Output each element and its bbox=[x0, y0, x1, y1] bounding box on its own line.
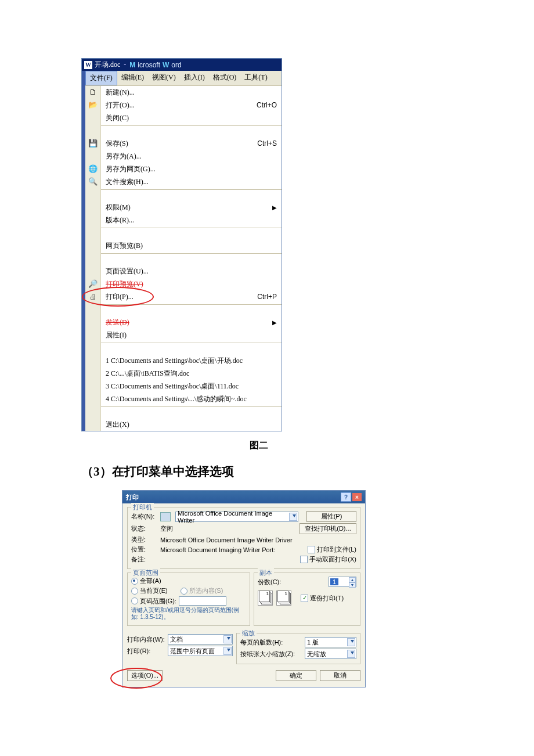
chevron-down-icon bbox=[351, 651, 354, 654]
menu-item-save[interactable]: 保存(S)Ctrl+S bbox=[101, 137, 282, 150]
copies-group: 副本 份数(C): 1▲▼ 3 2 1 bbox=[254, 573, 360, 626]
figure2-caption: 图二 bbox=[250, 440, 534, 452]
print-what-combo[interactable]: 文档 bbox=[168, 634, 233, 645]
menu-item-close[interactable]: 关闭(C) bbox=[101, 111, 282, 124]
menu-item-properties[interactable]: 属性(I) bbox=[101, 329, 282, 341]
print-dialog: 打印 ? × 打印机 名称(N): Microsoft Office Docum… bbox=[122, 490, 366, 687]
collate-thumbnail-icon: 3 2 1 bbox=[276, 591, 291, 606]
menu-file[interactable]: 文件(F) bbox=[85, 71, 117, 85]
cancel-button[interactable]: 取消 bbox=[320, 670, 360, 681]
chevron-down-icon bbox=[227, 649, 230, 651]
collate-thumbnail-icon: 3 2 1 bbox=[258, 591, 273, 606]
range-selection-radio: 所选内容(S) bbox=[181, 586, 223, 595]
word-file-menu-screenshot: W 开场.doc - Microsoft Word 文件(F) 编辑(E) 视图… bbox=[81, 58, 282, 431]
help-button-icon[interactable]: ? bbox=[341, 492, 351, 502]
new-doc-icon: 🗋 bbox=[85, 86, 101, 99]
spin-down-icon[interactable]: ▼ bbox=[349, 582, 356, 588]
doc-filename: 开场.doc bbox=[95, 60, 120, 70]
scale-to-paper-combo[interactable]: 无缩放 bbox=[305, 649, 356, 659]
menu-item-exit[interactable]: 退出(X) bbox=[101, 418, 282, 431]
printer-icon bbox=[160, 512, 171, 521]
save-icon: 💾 bbox=[85, 137, 101, 150]
file-menu-dropdown: 🗋新建(N)... 📂打开(O)...Ctrl+O 关闭(C) 💾保存(S)Ct… bbox=[85, 86, 282, 431]
pages-textbox[interactable] bbox=[179, 596, 226, 606]
menu-insert[interactable]: 插入(I) bbox=[180, 71, 209, 85]
menu-view[interactable]: 视图(V) bbox=[148, 71, 180, 85]
chevron-down-icon bbox=[227, 637, 230, 640]
ok-button[interactable]: 确定 bbox=[276, 670, 316, 681]
menu-item-recent-4[interactable]: 4 C:\Documents and Settings\...\感动的瞬间~.d… bbox=[101, 393, 282, 405]
submenu-arrow-icon: ▶ bbox=[272, 319, 277, 326]
chevron-down-icon bbox=[351, 640, 354, 643]
menu-item-recent-3[interactable]: 3 C:\Documents and Settings\boc\桌面\111.d… bbox=[101, 380, 282, 393]
red-highlight-oval bbox=[110, 668, 163, 689]
print-which-combo[interactable]: 范围中所有页面 bbox=[168, 646, 233, 656]
menu-edit[interactable]: 编辑(E) bbox=[117, 71, 148, 85]
window-titlebar: W 开场.doc - Microsoft Word bbox=[82, 59, 282, 71]
menu-tools[interactable]: 工具(T) bbox=[240, 71, 271, 85]
range-current-radio[interactable]: 当前页(E) bbox=[131, 586, 168, 595]
step-3-heading: （3）在打印菜单中选择选项 bbox=[81, 463, 534, 480]
chevron-down-icon bbox=[293, 514, 296, 517]
zoom-group: 缩放 每页的版数(H): 1 版 按纸张大小缩放(Z): 无缩放 bbox=[236, 633, 360, 664]
dialog-title: 打印 bbox=[126, 493, 139, 502]
open-icon: 📂 bbox=[85, 99, 101, 111]
word-app-icon: W bbox=[84, 61, 92, 69]
menu-item-save-as[interactable]: 另存为(A)... bbox=[101, 150, 282, 163]
range-pages-radio[interactable]: 页码范围(G): bbox=[131, 597, 176, 606]
red-highlight-oval bbox=[82, 287, 154, 307]
menu-item-send[interactable]: 发送(D)▶ bbox=[101, 316, 282, 329]
menu-item-page-setup[interactable]: 页面设置(U)... bbox=[101, 265, 282, 278]
menu-item-recent-2[interactable]: 2 C:\...\桌面\iBATIS查询.doc bbox=[101, 367, 282, 380]
menu-item-web-preview[interactable]: 网页预览(B) bbox=[101, 239, 282, 252]
menu-item-open[interactable]: 打开(O)...Ctrl+O bbox=[101, 99, 282, 111]
menu-item-new[interactable]: 新建(N)... bbox=[101, 86, 282, 99]
printer-name-combo[interactable]: Microsoft Office Document Image Writer bbox=[175, 512, 298, 522]
print-to-file-checkbox[interactable]: 打印到文件(L) bbox=[308, 545, 356, 554]
menubar: 文件(F) 编辑(E) 视图(V) 插入(I) 格式(O) 工具(T) bbox=[85, 71, 282, 86]
menu-item-permissions[interactable]: 权限(M)▶ bbox=[101, 201, 282, 214]
printer-group: 打印机 名称(N): Microsoft Office Document Ima… bbox=[127, 507, 360, 569]
menu-item-save-as-web[interactable]: 另存为网页(G)... bbox=[101, 163, 282, 175]
pages-per-sheet-combo[interactable]: 1 版 bbox=[305, 637, 356, 647]
range-all-radio[interactable]: 全部(A) bbox=[131, 577, 161, 585]
spin-up-icon[interactable]: ▲ bbox=[349, 577, 356, 582]
menu-format[interactable]: 格式(O) bbox=[209, 71, 241, 85]
submenu-arrow-icon: ▶ bbox=[272, 204, 277, 211]
save-as-web-icon: 🌐 bbox=[85, 163, 101, 175]
page-range-group: 页面范围 全部(A) 当前页(E) 所选内容(S) 页码范围(G): 请键入页码… bbox=[127, 573, 250, 626]
manual-duplex-checkbox[interactable]: 手动双面打印(X) bbox=[300, 555, 356, 564]
find-printer-button[interactable]: 查找打印机(D)... bbox=[300, 523, 356, 534]
menu-item-recent-1[interactable]: 1 C:\Documents and Settings\boc\桌面\开场.do… bbox=[101, 354, 282, 367]
file-search-icon: 🔍 bbox=[85, 175, 101, 188]
close-button-icon[interactable]: × bbox=[352, 493, 362, 501]
menu-item-file-search[interactable]: 文件搜索(H)... bbox=[101, 175, 282, 188]
copies-spinner[interactable]: 1▲▼ bbox=[329, 577, 356, 587]
menu-item-versions[interactable]: 版本(R)... bbox=[101, 214, 282, 226]
collate-checkbox[interactable]: ✓逐份打印(T) bbox=[301, 594, 344, 603]
properties-button[interactable]: 属性(P) bbox=[306, 511, 356, 522]
dialog-titlebar: 打印 ? × bbox=[122, 491, 365, 503]
